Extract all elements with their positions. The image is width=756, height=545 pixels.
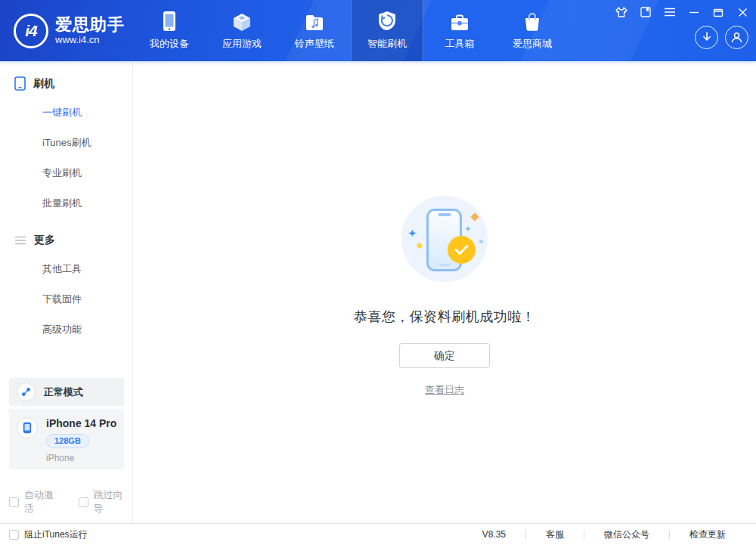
block-itunes-checkbox[interactable] <box>9 530 19 540</box>
sparkle-yellow-dot <box>417 243 423 249</box>
quick-actions <box>695 26 748 49</box>
music-folder-icon <box>305 11 324 32</box>
sparkle-plus-icon: + <box>465 224 471 234</box>
sidebar-checkboxes: 自动激活 跳过向导 <box>9 488 132 516</box>
nav-label: 智能刷机 <box>367 37 407 51</box>
toolbox-icon <box>450 11 469 32</box>
minimize-icon[interactable] <box>688 6 700 18</box>
checkbox-label: 跳过向导 <box>94 488 133 516</box>
device-info: iPhone 14 Pro 128GB iPhone <box>46 417 116 469</box>
header-right-controls <box>615 6 748 49</box>
mode-label: 正常模式 <box>44 386 83 399</box>
nav-label: 应用游戏 <box>222 37 262 51</box>
logo-text: 爱思助手 www.i4.cn <box>55 16 125 45</box>
nav-apps-games[interactable]: 应用游戏 <box>206 0 278 61</box>
phone-success-illustration: ✦ + <box>401 196 488 282</box>
phone-outline-icon <box>14 76 26 91</box>
download-manager-icon[interactable] <box>695 26 718 49</box>
status-bar: 阻止iTunes运行 V8.35 客服 微信公众号 检查更新 <box>0 523 756 545</box>
checkbox-label: 自动激活 <box>24 488 64 516</box>
version-label: V8.35 <box>463 529 525 540</box>
nav-i4-store[interactable]: 爱思商城 <box>496 0 569 61</box>
block-itunes-option: 阻止iTunes运行 <box>9 528 88 541</box>
more-items: 其他工具 下载固件 高级功能 <box>0 254 132 345</box>
nav-label: 我的设备 <box>150 37 189 51</box>
section-title: 更多 <box>34 234 55 247</box>
success-check-icon <box>448 236 476 264</box>
device-name: iPhone 14 Pro <box>46 417 116 429</box>
nav-toolbox[interactable]: 工具箱 <box>423 0 496 61</box>
sidebar-item-pro-flash[interactable]: 专业刷机 <box>0 158 132 188</box>
success-message: 恭喜您，保资料刷机成功啦！ <box>354 308 536 326</box>
app-logo: i4 爱思助手 www.i4.cn <box>0 0 133 61</box>
app-title: 爱思助手 <box>55 16 125 33</box>
wechat-official-link[interactable]: 微信公众号 <box>584 528 669 541</box>
logo-badge-text: i4 <box>25 22 37 40</box>
theme-skin-icon[interactable] <box>615 6 627 18</box>
skip-setup-checkbox[interactable] <box>79 497 88 507</box>
flash-items: 一键刷机 iTunes刷机 专业刷机 批量刷机 <box>0 98 132 218</box>
window-body: 刷机 一键刷机 iTunes刷机 专业刷机 批量刷机 更多 其他工具 下载固件 … <box>0 61 756 523</box>
nav-ringtones-wallpapers[interactable]: 铃声壁纸 <box>278 0 351 61</box>
nav-label: 铃声壁纸 <box>295 37 334 51</box>
logo-i4-icon: i4 <box>14 14 48 48</box>
phone-icon <box>162 11 177 32</box>
device-card[interactable]: iPhone 14 Pro 128GB iPhone <box>9 409 124 469</box>
menu-lines-icon <box>14 236 26 245</box>
section-title: 刷机 <box>33 77 54 91</box>
skip-setup-option: 跳过向导 <box>79 488 133 516</box>
device-phone-icon <box>17 417 38 438</box>
phone-notch <box>438 213 451 216</box>
sidebar-item-other-tools[interactable]: 其他工具 <box>0 254 132 284</box>
nav-my-devices[interactable]: 我的设备 <box>133 0 206 61</box>
customer-service-link[interactable]: 客服 <box>526 528 584 541</box>
title-bar: i4 爱思助手 www.i4.cn 我的设备 应用游戏 <box>0 0 756 61</box>
feedback-icon[interactable] <box>640 6 652 18</box>
nav-label: 工具箱 <box>445 37 475 51</box>
link-mode-icon <box>17 382 36 401</box>
confirm-button[interactable]: 确定 <box>399 343 490 368</box>
device-capacity-badge: 128GB <box>46 434 89 448</box>
sparkle-blue-dot <box>479 240 483 243</box>
nav-smart-flash[interactable]: 智能刷机 <box>351 0 423 61</box>
device-type: iPhone <box>46 453 116 463</box>
main-content: ✦ + 恭喜您，保资料刷机成功啦！ 确定 查看日志 <box>133 61 756 523</box>
app-window: i4 爱思助手 www.i4.cn 我的设备 应用游戏 <box>0 0 756 545</box>
shopping-bag-icon <box>523 11 541 32</box>
app-url: www.i4.cn <box>55 35 125 45</box>
block-itunes-label: 阻止iTunes运行 <box>24 528 88 541</box>
sidebar-item-batch-flash[interactable]: 批量刷机 <box>0 188 132 218</box>
status-bar-right: V8.35 客服 微信公众号 检查更新 <box>463 528 745 541</box>
window-controls <box>615 6 748 18</box>
maximize-icon[interactable] <box>712 6 724 18</box>
normal-mode-card[interactable]: 正常模式 <box>9 378 124 406</box>
sidebar-item-advanced-features[interactable]: 高级功能 <box>0 314 132 345</box>
sidebar: 刷机 一键刷机 iTunes刷机 专业刷机 批量刷机 更多 其他工具 下载固件 … <box>0 61 133 523</box>
user-account-icon[interactable] <box>725 26 748 49</box>
sidebar-section-flash: 刷机 <box>14 76 132 91</box>
menu-icon[interactable] <box>664 6 676 18</box>
auto-activate-option: 自动激活 <box>9 488 64 516</box>
sidebar-section-more: 更多 <box>14 234 132 247</box>
shield-refresh-icon <box>377 11 397 32</box>
sidebar-item-one-click-flash[interactable]: 一键刷机 <box>0 98 132 128</box>
auto-activate-checkbox[interactable] <box>9 497 19 507</box>
sparkle-star-icon: ✦ <box>407 228 417 239</box>
sidebar-item-download-firmware[interactable]: 下载固件 <box>0 284 132 314</box>
sparkle-orange-diamond <box>470 212 479 221</box>
nav-label: 爱思商城 <box>513 37 552 51</box>
cube-icon <box>232 11 252 32</box>
view-log-link[interactable]: 查看日志 <box>425 383 464 397</box>
sidebar-item-itunes-flash[interactable]: iTunes刷机 <box>0 128 132 158</box>
main-nav: 我的设备 应用游戏 铃声壁纸 智能刷机 <box>133 0 569 61</box>
close-icon[interactable] <box>736 6 748 18</box>
check-update-link[interactable]: 检查更新 <box>670 528 745 541</box>
phone-home-indicator <box>439 264 450 266</box>
